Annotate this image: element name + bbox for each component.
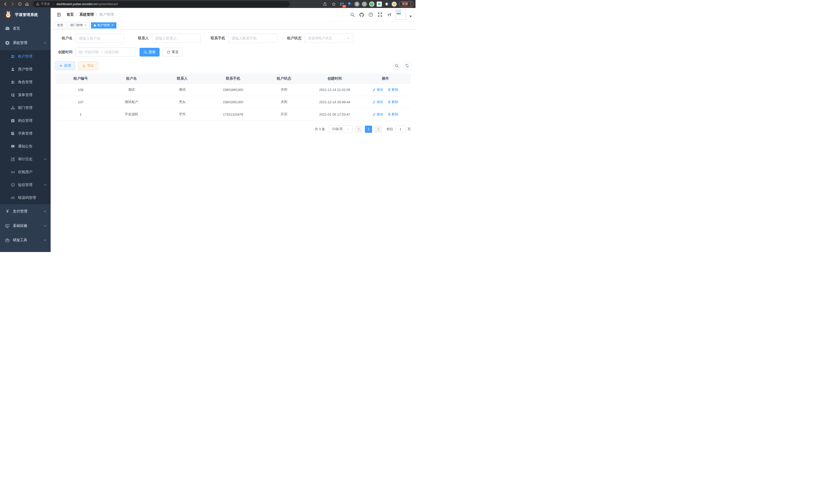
profile-avatar-icon[interactable] <box>392 2 397 7</box>
browser-back-icon[interactable] <box>2 1 9 7</box>
toggle-search-icon[interactable] <box>393 62 401 69</box>
export-button[interactable]: 导出 <box>78 61 98 70</box>
status-select[interactable]: 请选择租户状态 <box>305 34 353 43</box>
delete-link[interactable]: 删除 <box>388 100 398 104</box>
extensions-puzzle-icon[interactable] <box>384 2 389 7</box>
extension-yuque-icon[interactable]: Y <box>369 2 374 7</box>
sidebar-item-dev-tools[interactable]: 研发工具 <box>0 233 51 247</box>
date-range-picker[interactable]: 开始日期 - 结束日期 <box>76 48 136 57</box>
date-end-placeholder[interactable]: 结束日期 <box>105 50 119 55</box>
reset-button[interactable]: 重置 <box>163 48 183 57</box>
security-label[interactable]: 不安全 <box>41 2 50 6</box>
browser-forward-icon[interactable] <box>9 1 16 7</box>
extension-badge: 10 <box>342 5 346 8</box>
sidebar-item-label: 错误码管理 <box>18 196 36 200</box>
top-navbar: 首页 / 系统管理 / 租户管理 ? ᴛT <box>51 8 416 21</box>
delete-label: 删除 <box>392 87 398 92</box>
sidebar-item-error-code[interactable]: 错误码管理 <box>0 191 51 204</box>
delete-link[interactable]: 删除 <box>388 112 398 117</box>
sidebar-item-infra[interactable]: 基础设施 <box>0 218 51 233</box>
edit-link[interactable]: 修改 <box>373 87 383 92</box>
sidebar-item-payment[interactable]: ¥ 支付管理 <box>0 204 51 218</box>
tab-dept[interactable]: 部门管理 ✕ <box>67 22 89 29</box>
active-dot-icon <box>94 24 96 26</box>
sidebar-item-post[interactable]: 岗位管理 <box>0 114 51 127</box>
extension-balloon-icon[interactable] <box>347 2 352 7</box>
breadcrumb-separator: / <box>96 12 97 17</box>
sidebar-item-notice[interactable]: 通知公告 <box>0 140 51 153</box>
sidebar-fold-icon[interactable] <box>54 12 63 17</box>
tenant-name-input[interactable] <box>79 36 121 40</box>
chevron-down-icon <box>44 239 47 242</box>
next-page-icon[interactable] <box>375 126 382 133</box>
sidebar-item-menu[interactable]: 菜单管理 <box>0 89 51 101</box>
delete-link[interactable]: 删除 <box>388 87 398 92</box>
page-size-value: 10条/页 <box>332 127 343 131</box>
extension-chat-icon[interactable] <box>377 2 382 7</box>
sidebar-item-online-users[interactable]: 在线用户 <box>0 166 51 179</box>
browser-home-icon[interactable] <box>24 1 30 7</box>
cell-name: 芋道源码 <box>106 108 157 120</box>
sidebar-item-audit-log[interactable]: 审计日志 <box>0 153 51 166</box>
prev-page-icon[interactable] <box>355 126 362 133</box>
edit-link[interactable]: 修改 <box>373 100 383 104</box>
add-button[interactable]: 新增 <box>55 61 75 70</box>
user-avatar-broken-image[interactable] <box>396 9 406 20</box>
browser-update-button[interactable]: 更新 <box>399 1 413 7</box>
col-actions: 操作 <box>360 74 411 84</box>
sidebar-item-role[interactable]: 角色管理 <box>0 76 51 89</box>
header-search-icon[interactable] <box>349 11 355 18</box>
avatar-caret-icon[interactable] <box>409 16 412 17</box>
share-icon[interactable] <box>321 1 328 7</box>
goto-page-input[interactable] <box>395 126 405 133</box>
yen-icon: ¥ <box>5 209 10 214</box>
tab-tenant[interactable]: 租户管理 ✕ <box>91 22 116 29</box>
security-warning-icon[interactable] <box>36 2 39 6</box>
edit-link[interactable]: 修改 <box>373 112 383 117</box>
calendar-icon <box>79 50 83 54</box>
github-icon[interactable] <box>359 11 365 18</box>
sidebar-logo-row[interactable]: 芋道管理系统 <box>0 8 51 21</box>
cell-status: 开启 <box>258 108 309 120</box>
browser-menu-icon[interactable] <box>410 2 411 6</box>
page-size-select[interactable]: 10条/页 <box>328 125 352 133</box>
sidebar-item-dept[interactable]: 部门管理 <box>0 101 51 114</box>
breadcrumb: 首页 / 系统管理 / 租户管理 <box>66 12 114 17</box>
close-icon[interactable]: ✕ <box>111 24 114 27</box>
browser-reload-icon[interactable] <box>17 1 23 7</box>
extension-tag-manager-icon[interactable]: 10 <box>339 2 345 7</box>
bookmark-star-icon[interactable] <box>331 1 337 7</box>
close-icon[interactable]: ✕ <box>84 24 87 27</box>
page-number-button[interactable]: 1 <box>365 126 372 133</box>
page-content: 租户名 联系人 联系手机 租户状态 请选择租户状态 <box>51 30 416 252</box>
cell-name: 测试 <box>106 84 157 96</box>
date-start-placeholder[interactable]: 开始日期 <box>85 50 98 55</box>
sidebar: 芋道管理系统 首页 系统管理 租户管理 <box>0 8 51 252</box>
help-icon[interactable]: ? <box>368 11 374 18</box>
table-header-row: 租户编号 租户名 联系人 联系手机 租户状态 创建时间 操作 <box>55 74 411 84</box>
sidebar-item-sms[interactable]: 短信管理 <box>0 179 51 191</box>
font-size-icon[interactable]: ᴛT <box>386 11 392 18</box>
sidebar-item-tenant[interactable]: 租户管理 <box>0 50 51 63</box>
extension-recorder-icon[interactable] <box>362 2 367 7</box>
tab-home[interactable]: 首页 <box>54 22 66 29</box>
breadcrumb-system[interactable]: 系统管理 <box>79 12 94 17</box>
breadcrumb-home[interactable]: 首页 <box>66 12 74 17</box>
sidebar-item-label: 在线用户 <box>18 170 32 174</box>
sidebar-item-home[interactable]: 首页 <box>0 21 51 36</box>
address-bar[interactable]: 不安全 dashboard.yudao.iocoder.cn/system/te… <box>33 1 290 7</box>
mobile-input[interactable] <box>231 36 274 40</box>
cell-created: 2021-12-14 20:49:44 <box>309 96 360 108</box>
reset-button-label: 重置 <box>172 50 179 55</box>
contact-input[interactable] <box>155 36 197 40</box>
sidebar-item-label: 短信管理 <box>18 183 32 187</box>
sidebar-item-dict[interactable]: 字典管理 <box>0 127 51 140</box>
url-text[interactable]: dashboard.yudao.iocoder.cn/system/tenant <box>57 2 118 6</box>
sidebar-item-system[interactable]: 系统管理 <box>0 36 51 50</box>
url-path: /system/tenant <box>97 2 118 6</box>
extension-command-icon[interactable] <box>354 2 360 7</box>
fullscreen-icon[interactable] <box>377 11 383 18</box>
sidebar-item-user[interactable]: 用户管理 <box>0 63 51 76</box>
search-button[interactable]: 搜索 <box>140 48 160 57</box>
refresh-table-icon[interactable] <box>403 62 411 69</box>
